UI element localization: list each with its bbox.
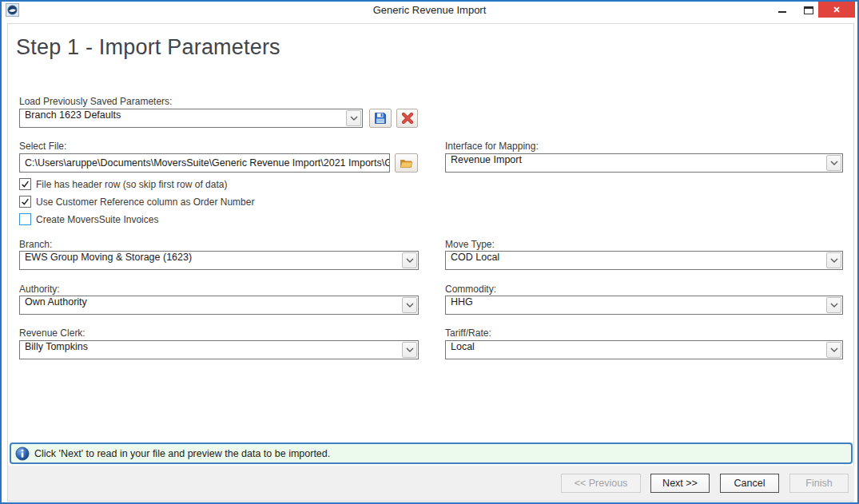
interface-mapping-label: Interface for Mapping: (445, 141, 539, 152)
header-row-checkbox[interactable] (19, 178, 31, 190)
maximize-icon (804, 6, 813, 14)
checkbox-row-customer-ref: Use Customer Reference column as Order N… (19, 196, 254, 208)
next-button[interactable]: Next >> (650, 474, 710, 493)
chevron-down-icon[interactable] (826, 297, 841, 313)
previous-button[interactable]: << Previous (561, 474, 641, 493)
revenue-clerk-label: Revenue Clerk: (19, 327, 86, 339)
move-type-combobox[interactable]: COD Local (445, 251, 843, 270)
cancel-button[interactable]: Cancel (720, 474, 779, 493)
file-path-input[interactable] (20, 154, 389, 172)
authority-value: Own Authority (20, 296, 402, 314)
chevron-down-icon[interactable] (402, 297, 417, 313)
checkmark-icon (21, 197, 30, 206)
move-type-label: Move Type: (445, 239, 495, 250)
tariff-rate-combobox[interactable]: Local (445, 340, 843, 359)
select-file-label: Select File: (19, 141, 66, 152)
message-text: Click 'Next' to read in your file and pr… (34, 448, 330, 459)
checkbox-row-invoices: Create MoversSuite Invoices (19, 213, 158, 225)
maximize-button[interactable] (797, 2, 821, 18)
save-parameters-button[interactable] (369, 109, 392, 128)
checkmark-icon (21, 180, 30, 189)
minimize-button[interactable] (770, 2, 794, 18)
commodity-label: Commodity: (445, 284, 496, 295)
authority-combobox[interactable]: Own Authority (19, 296, 419, 315)
interface-mapping-combobox[interactable]: Revenue Import (445, 153, 843, 173)
chevron-down-icon[interactable] (826, 342, 841, 358)
title-bar: Generic Revenue Import ✕ (2, 2, 857, 18)
close-button[interactable]: ✕ (818, 2, 855, 18)
checkbox-row-header: File has header row (so skip first row o… (19, 178, 227, 190)
file-path-field[interactable] (19, 153, 390, 173)
chevron-down-icon[interactable] (402, 342, 417, 358)
chevron-down-icon[interactable] (826, 252, 841, 268)
commodity-combobox[interactable]: HHG (445, 296, 843, 315)
create-invoices-checkbox[interactable] (19, 213, 31, 225)
close-icon: ✕ (833, 5, 840, 15)
delete-parameters-button[interactable] (396, 109, 418, 128)
minimize-icon (778, 11, 786, 13)
message-bar: Click 'Next' to read in your file and pr… (10, 442, 853, 464)
info-circle-icon (15, 446, 30, 461)
saved-params-value: Branch 1623 Defaults (20, 109, 346, 127)
browse-file-button[interactable] (395, 153, 418, 173)
tariff-rate-label: Tariff/Rate: (445, 327, 491, 339)
move-type-value: COD Local (446, 252, 826, 269)
window-title: Generic Revenue Import (2, 4, 857, 16)
customer-ref-checkbox-label: Use Customer Reference column as Order N… (36, 196, 254, 208)
revenue-clerk-value: Billy Tompkins (20, 341, 402, 359)
saved-params-combobox[interactable]: Branch 1623 Defaults (19, 109, 363, 128)
open-folder-icon (400, 157, 413, 169)
page-title: Step 1 - Import Parameters (16, 35, 280, 60)
branch-label: Branch: (19, 239, 52, 250)
header-row-checkbox-label: File has header row (so skip first row o… (36, 179, 227, 190)
floppy-disk-icon (374, 112, 387, 125)
revenue-clerk-combobox[interactable]: Billy Tompkins (19, 340, 419, 359)
branch-combobox[interactable]: EWS Group Moving & Storage (1623) (19, 251, 419, 270)
authority-label: Authority: (19, 284, 60, 295)
generic-revenue-import-window: Generic Revenue Import ✕ Step 1 - Import… (0, 0, 859, 504)
create-invoices-checkbox-label: Create MoversSuite Invoices (36, 214, 158, 225)
interface-mapping-value: Revenue Import (446, 154, 826, 172)
finish-button[interactable]: Finish (789, 474, 849, 493)
tariff-rate-value: Local (446, 341, 826, 359)
saved-params-label: Load Previously Saved Parameters: (19, 96, 172, 107)
chevron-down-icon[interactable] (826, 155, 841, 171)
red-x-icon (402, 113, 413, 124)
commodity-value: HHG (446, 296, 826, 314)
customer-ref-checkbox[interactable] (19, 196, 31, 208)
chevron-down-icon[interactable] (402, 252, 417, 268)
chevron-down-icon[interactable] (346, 110, 361, 126)
branch-value: EWS Group Moving & Storage (1623) (20, 252, 402, 269)
